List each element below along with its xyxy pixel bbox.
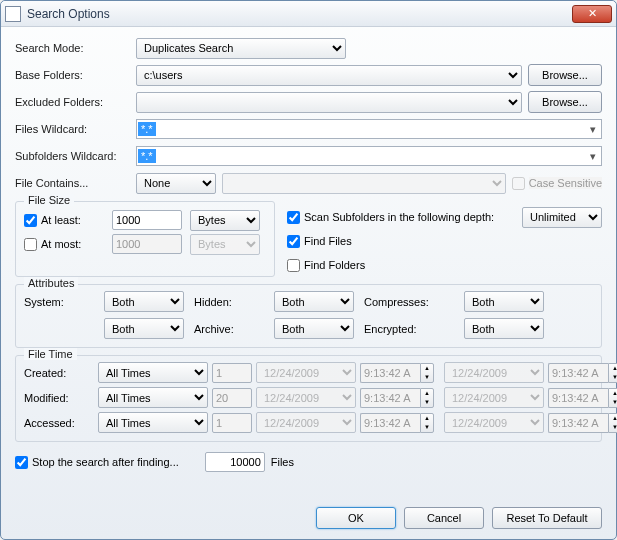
spin-down-icon[interactable]: ▼: [421, 423, 433, 432]
files-label: Files: [271, 456, 294, 468]
base-folders-label: Base Folders:: [15, 69, 130, 81]
spin-up-icon[interactable]: ▲: [609, 414, 617, 423]
at-most-checkbox[interactable]: At most:: [24, 238, 104, 251]
attributes-legend: Attributes: [24, 277, 78, 289]
subfolders-wildcard-input[interactable]: *.* ▾: [136, 146, 602, 166]
created-n[interactable]: [212, 363, 252, 383]
archive-select[interactable]: Both: [274, 318, 354, 339]
find-files-checkbox[interactable]: Find Files: [287, 235, 352, 248]
window-title: Search Options: [27, 7, 110, 21]
modified-date1[interactable]: 12/24/2009: [256, 387, 356, 408]
close-button[interactable]: ✕: [572, 5, 612, 23]
case-sensitive-checkbox[interactable]: Case Sensitive: [512, 177, 602, 190]
archive-label: Archive:: [194, 323, 264, 335]
created-time2[interactable]: [548, 363, 608, 383]
excluded-folders-label: Excluded Folders:: [15, 96, 130, 108]
extra-select[interactable]: Both: [104, 318, 184, 339]
at-least-label: At least:: [41, 214, 81, 226]
dialog-footer: OK Cancel Reset To Default: [1, 501, 616, 539]
excluded-folders-select[interactable]: [136, 92, 522, 113]
created-time1[interactable]: [360, 363, 420, 383]
file-time-group: File Time Created: All Times 12/24/2009 …: [15, 355, 602, 442]
find-folders-checkbox[interactable]: Find Folders: [287, 259, 365, 272]
stop-after-count[interactable]: [205, 452, 265, 472]
accessed-time1[interactable]: [360, 413, 420, 433]
spin-down-icon[interactable]: ▼: [609, 373, 617, 382]
case-sensitive-label: Case Sensitive: [529, 177, 602, 189]
scan-subfolders-checkbox[interactable]: Scan Subfolders in the following depth:: [287, 211, 494, 224]
at-most-value[interactable]: [112, 234, 182, 254]
accessed-mode[interactable]: All Times: [98, 412, 208, 433]
base-folders-select[interactable]: c:\users: [136, 65, 522, 86]
hidden-select[interactable]: Both: [274, 291, 354, 312]
spin-down-icon[interactable]: ▼: [609, 398, 617, 407]
modified-time1[interactable]: [360, 388, 420, 408]
compresses-label: Compresses:: [364, 296, 454, 308]
browse-excluded-button[interactable]: Browse...: [528, 91, 602, 113]
encrypted-select[interactable]: Both: [464, 318, 544, 339]
modified-label: Modified:: [24, 392, 94, 404]
at-most-unit[interactable]: Bytes: [190, 234, 260, 255]
at-least-checkbox[interactable]: At least:: [24, 214, 104, 227]
accessed-date2[interactable]: 12/24/2009: [444, 412, 544, 433]
hidden-label: Hidden:: [194, 296, 264, 308]
encrypted-label: Encrypted:: [364, 323, 454, 335]
system-select[interactable]: Both: [104, 291, 184, 312]
at-least-unit[interactable]: Bytes: [190, 210, 260, 231]
at-least-value[interactable]: [112, 210, 182, 230]
file-size-legend: File Size: [24, 194, 74, 206]
search-mode-label: Search Mode:: [15, 42, 130, 54]
modified-date2[interactable]: 12/24/2009: [444, 387, 544, 408]
spin-down-icon[interactable]: ▼: [609, 423, 617, 432]
modified-mode[interactable]: All Times: [98, 387, 208, 408]
at-most-label: At most:: [41, 238, 81, 250]
spin-up-icon[interactable]: ▲: [421, 364, 433, 373]
spin-up-icon[interactable]: ▲: [421, 389, 433, 398]
created-date2[interactable]: 12/24/2009: [444, 362, 544, 383]
created-mode[interactable]: All Times: [98, 362, 208, 383]
stop-after-checkbox[interactable]: Stop the search after finding...: [15, 456, 179, 469]
subfolders-wildcard-label: Subfolders Wildcard:: [15, 150, 130, 162]
files-wildcard-input[interactable]: *.* ▾: [136, 119, 602, 139]
spin-up-icon[interactable]: ▲: [609, 389, 617, 398]
system-label: System:: [24, 296, 94, 308]
stop-after-input[interactable]: [15, 456, 28, 469]
files-wildcard-label: Files Wildcard:: [15, 123, 130, 135]
modified-n[interactable]: [212, 388, 252, 408]
spin-up-icon[interactable]: ▲: [609, 364, 617, 373]
compresses-select[interactable]: Both: [464, 291, 544, 312]
find-files-label: Find Files: [304, 235, 352, 247]
find-folders-input[interactable]: [287, 259, 300, 272]
accessed-date1[interactable]: 12/24/2009: [256, 412, 356, 433]
spin-down-icon[interactable]: ▼: [421, 373, 433, 382]
wildcard-token: *.*: [138, 122, 156, 136]
modified-time2[interactable]: [548, 388, 608, 408]
file-contains-text[interactable]: [222, 173, 506, 194]
find-files-input[interactable]: [287, 235, 300, 248]
accessed-n[interactable]: [212, 413, 252, 433]
app-icon: [5, 6, 21, 22]
at-least-input[interactable]: [24, 214, 37, 227]
created-date1[interactable]: 12/24/2009: [256, 362, 356, 383]
browse-base-button[interactable]: Browse...: [528, 64, 602, 86]
accessed-time2[interactable]: [548, 413, 608, 433]
wildcard-token: *.*: [138, 149, 156, 163]
titlebar: Search Options ✕: [1, 1, 616, 27]
scan-subfolders-input[interactable]: [287, 211, 300, 224]
chevron-down-icon[interactable]: ▾: [585, 123, 601, 136]
at-most-input[interactable]: [24, 238, 37, 251]
accessed-label: Accessed:: [24, 417, 94, 429]
case-sensitive-input[interactable]: [512, 177, 525, 190]
cancel-button[interactable]: Cancel: [404, 507, 484, 529]
search-mode-select[interactable]: Duplicates Search: [136, 38, 346, 59]
depth-select[interactable]: Unlimited: [522, 207, 602, 228]
file-size-group: File Size At least: Bytes At most: By: [15, 201, 275, 277]
chevron-down-icon[interactable]: ▾: [585, 150, 601, 163]
reset-button[interactable]: Reset To Default: [492, 507, 602, 529]
file-contains-select[interactable]: None: [136, 173, 216, 194]
file-time-legend: File Time: [24, 348, 77, 360]
spin-down-icon[interactable]: ▼: [421, 398, 433, 407]
attributes-group: Attributes System: Both Hidden: Both Com…: [15, 284, 602, 348]
ok-button[interactable]: OK: [316, 507, 396, 529]
spin-up-icon[interactable]: ▲: [421, 414, 433, 423]
